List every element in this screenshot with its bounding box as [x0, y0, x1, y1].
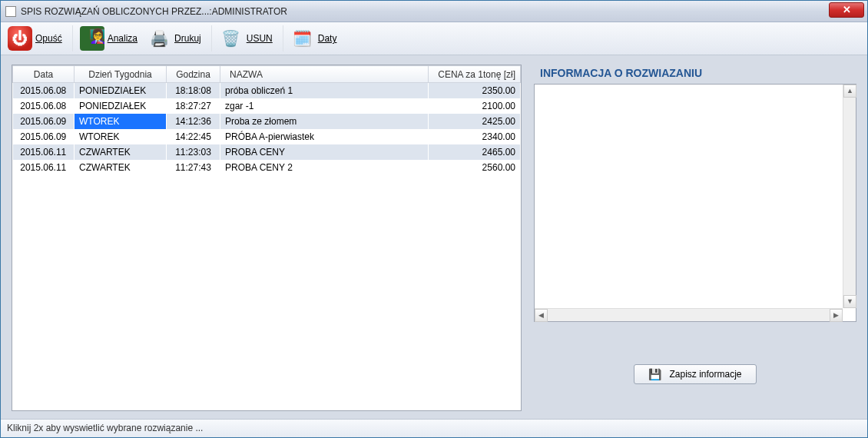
drukuj-label: Drukuj — [174, 33, 201, 44]
cell-godzina: 18:18:08 — [167, 83, 220, 98]
scroll-right-icon[interactable]: ▶ — [830, 309, 843, 322]
cell-godzina: 18:27:27 — [167, 98, 220, 114]
save-info-button[interactable]: 💾 Zapisz informacje — [634, 364, 757, 384]
col-cena[interactable]: CENA za 1tonę [zł] — [429, 66, 521, 83]
results-grid[interactable]: Data Dzień Tygodnia Godzina NAZWA CENA z… — [12, 65, 522, 411]
usun-button[interactable]: 🗑️ USUN — [217, 25, 278, 52]
cell-nazwa: próba obliczeń 1 — [220, 83, 429, 98]
content-area: Data Dzień Tygodnia Godzina NAZWA CENA z… — [1, 55, 867, 419]
cell-dzien: CZWARTEK — [75, 144, 167, 160]
statusbar: Kliknij 2x aby wyswietlić wybrane rozwią… — [1, 419, 867, 437]
separator — [211, 25, 212, 51]
table-row[interactable]: 2015.06.09WTOREK14:12:36 Proba ze złomem… — [13, 114, 521, 129]
cell-data: 2015.06.09 — [13, 114, 75, 129]
cell-nazwa: PRÓBA A-pierwiastek — [220, 129, 429, 144]
cell-nazwa: zgar -1 — [220, 98, 429, 114]
cell-dzien: PONIEDZIAŁEK — [75, 83, 167, 98]
daty-label: Daty — [318, 33, 337, 44]
cell-data: 2015.06.11 — [13, 160, 75, 175]
grid-header-row: Data Dzień Tygodnia Godzina NAZWA CENA z… — [13, 66, 521, 83]
app-icon — [5, 6, 16, 17]
titlebar: SPIS ROZWIĄZAŃ OBLICZONYCH PRZEZ...:ADMI… — [1, 1, 867, 22]
cell-cena: 2560.00 — [429, 160, 521, 175]
daty-button[interactable]: 🗓️ Daty — [288, 25, 343, 52]
scrollbar-horizontal[interactable]: ◀ ▶ — [535, 308, 843, 321]
scroll-left-icon[interactable]: ◀ — [535, 309, 548, 322]
cell-cena: 2350.00 — [429, 83, 521, 98]
cell-godzina: 14:12:36 — [167, 114, 220, 129]
col-nazwa[interactable]: NAZWA — [220, 66, 429, 83]
cell-cena: 2425.00 — [429, 114, 521, 129]
cell-dzien: PONIEDZIAŁEK — [75, 98, 167, 114]
save-info-label: Zapisz informacje — [669, 369, 741, 380]
window-title: SPIS ROZWIĄZAŃ OBLICZONYCH PRZEZ...:ADMI… — [21, 6, 287, 17]
col-dzien[interactable]: Dzień Tygodnia — [75, 66, 167, 83]
scroll-down-icon[interactable]: ▼ — [843, 295, 856, 308]
close-button[interactable]: ✕ — [829, 2, 864, 18]
table-row[interactable]: 2015.06.08PONIEDZIAŁEK18:18:08próba obli… — [13, 83, 521, 98]
analiza-icon — [80, 26, 104, 51]
cell-data: 2015.06.11 — [13, 144, 75, 160]
cell-dzien: CZWARTEK — [75, 160, 167, 175]
drukuj-button[interactable]: 🖨️ Drukuj — [144, 25, 207, 52]
cell-cena: 2340.00 — [429, 129, 521, 144]
cell-cena: 2100.00 — [429, 98, 521, 114]
left-panel: Data Dzień Tygodnia Godzina NAZWA CENA z… — [12, 65, 522, 411]
cell-data: 2015.06.08 — [13, 98, 75, 114]
opusc-label: Opuść — [35, 33, 62, 44]
cell-godzina: 14:22:45 — [167, 129, 220, 144]
separator — [283, 25, 283, 51]
trash-icon: 🗑️ — [219, 26, 244, 51]
save-icon: 💾 — [648, 368, 661, 380]
main-window: SPIS ROZWIĄZAŃ OBLICZONYCH PRZEZ...:ADMI… — [0, 0, 868, 438]
status-text: Kliknij 2x aby wyswietlić wybrane rozwią… — [7, 423, 203, 433]
table-row[interactable]: 2015.06.11CZWARTEK11:23:03PROBA CENY2465… — [13, 144, 521, 160]
cell-nazwa: PROBA CENY — [220, 144, 429, 160]
power-icon: ⏻ — [8, 26, 32, 51]
table-row[interactable]: 2015.06.08PONIEDZIAŁEK18:27:27zgar -1210… — [13, 98, 521, 114]
cell-godzina: 11:23:03 — [167, 144, 220, 160]
scrollbar-vertical[interactable]: ▲ ▼ — [843, 85, 856, 308]
save-row: 💾 Zapisz informacje — [534, 364, 856, 384]
printer-icon: 🖨️ — [147, 26, 171, 51]
separator — [72, 25, 73, 51]
info-textarea[interactable]: ▲ ▼ ◀ ▶ — [534, 84, 856, 322]
cell-godzina: 11:27:43 — [167, 160, 220, 175]
col-data[interactable]: Data — [13, 66, 75, 83]
cell-nazwa: PROBA CENY 2 — [220, 160, 429, 175]
cell-nazwa: Proba ze złomem — [220, 114, 429, 129]
toolbar: ⏻ Opuść Analiza 🖨️ Drukuj 🗑️ USUN 🗓️ Dat… — [1, 22, 867, 55]
opusc-button[interactable]: ⏻ Opuść — [5, 25, 68, 52]
table-row[interactable]: 2015.06.09WTOREK14:22:45PRÓBA A-pierwias… — [13, 129, 521, 144]
cell-dzien: WTOREK — [75, 114, 167, 129]
cell-data: 2015.06.08 — [13, 83, 75, 98]
calendar-icon: 🗓️ — [290, 26, 315, 51]
cell-dzien: WTOREK — [75, 129, 167, 144]
usun-label: USUN — [247, 33, 273, 44]
right-panel: INFORMACJA O ROZWIAZANIU ▲ ▼ ◀ ▶ 💾 Zapis… — [534, 65, 856, 411]
analiza-label: Analiza — [108, 33, 137, 44]
analiza-button[interactable]: Analiza — [78, 25, 143, 52]
col-godzina[interactable]: Godzina — [167, 66, 220, 83]
info-title: INFORMACJA O ROZWIAZANIU — [534, 65, 856, 84]
cell-data: 2015.06.09 — [13, 129, 75, 144]
cell-cena: 2465.00 — [429, 144, 521, 160]
scroll-up-icon[interactable]: ▲ — [843, 85, 856, 98]
table-row[interactable]: 2015.06.11CZWARTEK11:27:43PROBA CENY 225… — [13, 160, 521, 175]
